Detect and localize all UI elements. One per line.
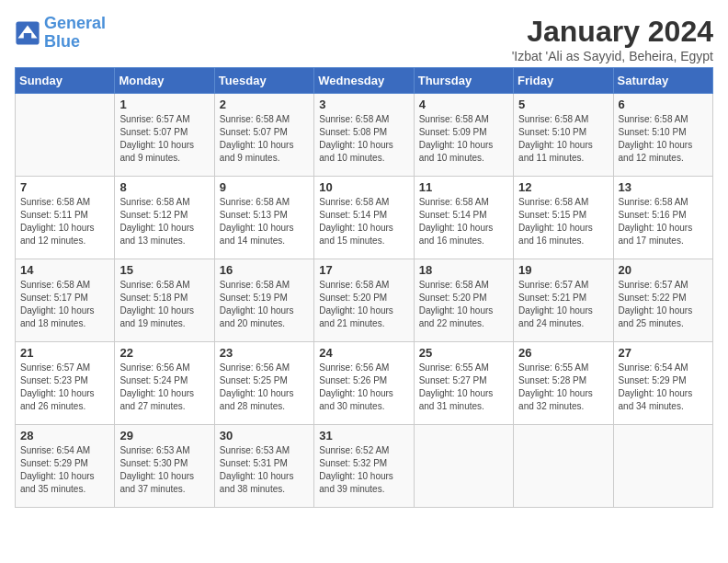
day-number: 31 xyxy=(319,429,408,442)
calendar-week-row: 21 Sunrise: 6:57 AMSunset: 5:23 PMDaylig… xyxy=(16,342,713,425)
header-wednesday: Wednesday xyxy=(314,68,414,94)
calendar-header-row: Sunday Monday Tuesday Wednesday Thursday… xyxy=(16,68,713,94)
table-row: 27 Sunrise: 6:54 AMSunset: 5:29 PMDaylig… xyxy=(613,342,712,425)
table-row: 4 Sunrise: 6:58 AMSunset: 5:09 PMDayligh… xyxy=(414,94,513,177)
calendar-week-row: 14 Sunrise: 6:58 AMSunset: 5:17 PMDaylig… xyxy=(16,259,713,342)
day-number: 8 xyxy=(119,180,209,194)
table-row: 31 Sunrise: 6:52 AMSunset: 5:32 PMDaylig… xyxy=(314,425,414,508)
day-number: 20 xyxy=(619,263,708,277)
table-row: 9 Sunrise: 6:58 AMSunset: 5:13 PMDayligh… xyxy=(214,177,313,259)
logo-line1: General xyxy=(44,14,106,32)
day-info: Sunrise: 6:54 AMSunset: 5:29 PMDaylight:… xyxy=(619,362,708,413)
table-row: 25 Sunrise: 6:55 AMSunset: 5:27 PMDaylig… xyxy=(414,342,513,425)
day-info: Sunrise: 6:53 AMSunset: 5:31 PMDaylight:… xyxy=(220,444,309,496)
table-row: 16 Sunrise: 6:58 AMSunset: 5:19 PMDaylig… xyxy=(214,259,313,342)
day-number: 27 xyxy=(619,346,708,360)
table-row: 6 Sunrise: 6:58 AMSunset: 5:10 PMDayligh… xyxy=(613,94,712,177)
table-row: 14 Sunrise: 6:58 AMSunset: 5:17 PMDaylig… xyxy=(16,259,115,342)
table-row xyxy=(16,94,115,177)
table-row: 17 Sunrise: 6:58 AMSunset: 5:20 PMDaylig… xyxy=(314,259,414,342)
table-row xyxy=(414,425,513,508)
table-row: 2 Sunrise: 6:58 AMSunset: 5:07 PMDayligh… xyxy=(214,94,313,177)
day-info: Sunrise: 6:56 AMSunset: 5:24 PMDaylight:… xyxy=(119,362,209,413)
day-info: Sunrise: 6:58 AMSunset: 5:19 PMDaylight:… xyxy=(220,279,309,330)
day-number: 1 xyxy=(119,98,209,111)
day-info: Sunrise: 6:58 AMSunset: 5:17 PMDaylight:… xyxy=(20,279,109,330)
day-info: Sunrise: 6:58 AMSunset: 5:18 PMDaylight:… xyxy=(119,279,209,330)
table-row: 5 Sunrise: 6:58 AMSunset: 5:10 PMDayligh… xyxy=(514,94,613,177)
day-number: 18 xyxy=(419,263,508,277)
day-info: Sunrise: 6:57 AMSunset: 5:22 PMDaylight:… xyxy=(619,279,708,330)
day-info: Sunrise: 6:58 AMSunset: 5:10 PMDaylight:… xyxy=(518,113,608,165)
day-info: Sunrise: 6:55 AMSunset: 5:28 PMDaylight:… xyxy=(518,362,608,413)
day-number: 13 xyxy=(619,180,708,194)
header-monday: Monday xyxy=(115,68,214,94)
table-row: 19 Sunrise: 6:57 AMSunset: 5:21 PMDaylig… xyxy=(514,259,613,342)
day-number: 6 xyxy=(619,98,708,111)
day-info: Sunrise: 6:57 AMSunset: 5:23 PMDaylight:… xyxy=(20,362,109,413)
header-tuesday: Tuesday xyxy=(214,68,313,94)
table-row: 3 Sunrise: 6:58 AMSunset: 5:08 PMDayligh… xyxy=(314,94,414,177)
day-number: 29 xyxy=(119,429,209,442)
header-saturday: Saturday xyxy=(613,68,712,94)
table-row: 23 Sunrise: 6:56 AMSunset: 5:25 PMDaylig… xyxy=(214,342,313,425)
day-number: 17 xyxy=(319,263,408,277)
logo: General Blue xyxy=(15,15,106,52)
day-number: 25 xyxy=(419,346,508,360)
day-number: 5 xyxy=(518,98,608,111)
day-info: Sunrise: 6:58 AMSunset: 5:07 PMDaylight:… xyxy=(220,113,309,165)
table-row: 15 Sunrise: 6:58 AMSunset: 5:18 PMDaylig… xyxy=(115,259,214,342)
day-info: Sunrise: 6:58 AMSunset: 5:14 PMDaylight:… xyxy=(319,196,408,247)
day-info: Sunrise: 6:57 AMSunset: 5:07 PMDaylight:… xyxy=(119,113,209,165)
table-row xyxy=(613,425,712,508)
day-number: 11 xyxy=(419,180,508,194)
day-info: Sunrise: 6:56 AMSunset: 5:25 PMDaylight:… xyxy=(220,362,309,413)
day-info: Sunrise: 6:58 AMSunset: 5:13 PMDaylight:… xyxy=(220,196,309,247)
day-info: Sunrise: 6:58 AMSunset: 5:10 PMDaylight:… xyxy=(619,113,708,165)
day-number: 2 xyxy=(220,98,309,111)
calendar-table: Sunday Monday Tuesday Wednesday Thursday… xyxy=(15,67,713,508)
day-info: Sunrise: 6:58 AMSunset: 5:09 PMDaylight:… xyxy=(419,113,508,165)
day-info: Sunrise: 6:54 AMSunset: 5:29 PMDaylight:… xyxy=(20,444,109,496)
day-info: Sunrise: 6:58 AMSunset: 5:08 PMDaylight:… xyxy=(319,113,408,165)
table-row xyxy=(514,425,613,508)
table-row: 20 Sunrise: 6:57 AMSunset: 5:22 PMDaylig… xyxy=(613,259,712,342)
day-number: 14 xyxy=(20,263,109,277)
day-number: 15 xyxy=(119,263,209,277)
day-number: 10 xyxy=(319,180,408,194)
day-info: Sunrise: 6:58 AMSunset: 5:12 PMDaylight:… xyxy=(119,196,209,247)
table-row: 12 Sunrise: 6:58 AMSunset: 5:15 PMDaylig… xyxy=(514,177,613,259)
day-number: 16 xyxy=(220,263,309,277)
day-number: 19 xyxy=(518,263,608,277)
table-row: 13 Sunrise: 6:58 AMSunset: 5:16 PMDaylig… xyxy=(613,177,712,259)
day-number: 26 xyxy=(518,346,608,360)
day-info: Sunrise: 6:58 AMSunset: 5:20 PMDaylight:… xyxy=(419,279,508,330)
day-number: 22 xyxy=(119,346,209,360)
day-info: Sunrise: 6:58 AMSunset: 5:11 PMDaylight:… xyxy=(20,196,109,247)
calendar-subtitle: 'Izbat 'Ali as Sayyid, Beheira, Egypt xyxy=(512,49,713,63)
table-row: 21 Sunrise: 6:57 AMSunset: 5:23 PMDaylig… xyxy=(16,342,115,425)
day-number: 28 xyxy=(20,429,109,442)
day-info: Sunrise: 6:58 AMSunset: 5:14 PMDaylight:… xyxy=(419,196,508,247)
table-row: 1 Sunrise: 6:57 AMSunset: 5:07 PMDayligh… xyxy=(115,94,214,177)
day-info: Sunrise: 6:58 AMSunset: 5:20 PMDaylight:… xyxy=(319,279,408,330)
page-header: General Blue January 2024 'Izbat 'Ali as… xyxy=(15,15,713,63)
table-row: 11 Sunrise: 6:58 AMSunset: 5:14 PMDaylig… xyxy=(414,177,513,259)
day-number: 12 xyxy=(518,180,608,194)
header-thursday: Thursday xyxy=(414,68,513,94)
table-row: 10 Sunrise: 6:58 AMSunset: 5:14 PMDaylig… xyxy=(314,177,414,259)
day-number: 23 xyxy=(220,346,309,360)
day-info: Sunrise: 6:58 AMSunset: 5:15 PMDaylight:… xyxy=(518,196,608,247)
day-info: Sunrise: 6:57 AMSunset: 5:21 PMDaylight:… xyxy=(518,279,608,330)
day-info: Sunrise: 6:53 AMSunset: 5:30 PMDaylight:… xyxy=(119,444,209,496)
logo-text: General Blue xyxy=(44,15,106,52)
table-row: 29 Sunrise: 6:53 AMSunset: 5:30 PMDaylig… xyxy=(115,425,214,508)
table-row: 8 Sunrise: 6:58 AMSunset: 5:12 PMDayligh… xyxy=(115,177,214,259)
day-number: 4 xyxy=(419,98,508,111)
day-number: 24 xyxy=(319,346,408,360)
calendar-week-row: 28 Sunrise: 6:54 AMSunset: 5:29 PMDaylig… xyxy=(16,425,713,508)
day-number: 3 xyxy=(319,98,408,111)
table-row: 26 Sunrise: 6:55 AMSunset: 5:28 PMDaylig… xyxy=(514,342,613,425)
svg-rect-2 xyxy=(24,33,31,40)
day-number: 9 xyxy=(220,180,309,194)
